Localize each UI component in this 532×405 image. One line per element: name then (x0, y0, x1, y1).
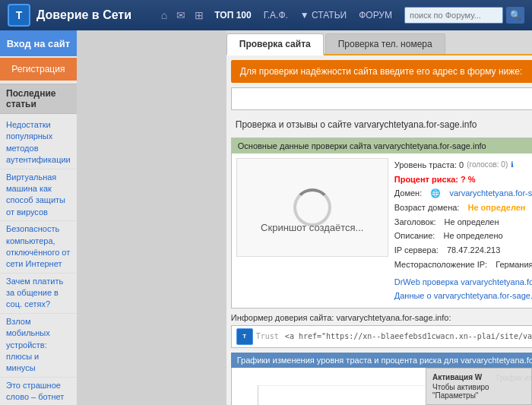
screenshot-label: Скриншот создаётся... (261, 222, 363, 233)
activation-line2: "Параметры" (432, 391, 525, 400)
whois-link[interactable]: Данные о varvarychtetyana.for-sage.info … (394, 291, 532, 300)
info-bar: Для проверки надёжности сайта введите ег… (231, 60, 532, 83)
informer-code[interactable]: <a href="https://xn--blaeefebsd1cwacn.xn… (285, 332, 532, 340)
login-button[interactable]: Вход на сайт (0, 30, 77, 56)
domain-label: Домен: (394, 186, 423, 201)
risk-percent-row: Процент риска: ? % (394, 172, 532, 187)
list-item[interactable]: Зачем платить за общение в соц. сетях? (0, 274, 77, 314)
title-label: Заголовок: (394, 215, 436, 229)
virus-check-link[interactable]: DrWeb проверка varvarychtetyana.for-sage… (394, 277, 532, 286)
nav-gaf[interactable]: Г.А.Ф. (259, 8, 293, 22)
logo-area: T Доверие в Сети (8, 4, 150, 27)
informer-section: Информер доверия сайта: varvarychtetyana… (231, 313, 532, 348)
loading-spinner (293, 188, 331, 226)
search-button[interactable]: 🔍 (506, 7, 524, 24)
sidebar: Вход на сайт Регистрация Последние стать… (0, 30, 77, 405)
trust-help-icon[interactable]: ℹ (511, 158, 514, 171)
informer-title: Информер доверия сайта: varvarychtetyana… (231, 313, 532, 322)
nav-area: ⌂ ✉ ⊞ ТОП 100 Г.А.Ф. ▼ СТАТЬИ ФОРУМ (158, 8, 397, 23)
register-button[interactable]: Регистрация (0, 58, 77, 81)
description-row: Описание: Не определено (394, 229, 532, 243)
tab-check-phone[interactable]: Проверка тел. номера (325, 33, 445, 54)
age-label: Возраст домена: (394, 201, 460, 215)
informer-box: T Trust <a href="https://xn--blaeefebsd1… (231, 325, 532, 348)
header: T Доверие в Сети ⌂ ✉ ⊞ ТОП 100 Г.А.Ф. ▼ … (0, 0, 532, 30)
activation-overlay: Активация W Чтобы активиро "Параметры" (426, 368, 532, 405)
site-title: Доверие в Сети (36, 8, 131, 22)
tabs: Проверка сайта Проверка тел. номера (226, 30, 532, 55)
grid-icon[interactable]: ⊞ (192, 8, 207, 23)
tab-check-site[interactable]: Проверка сайта (226, 33, 324, 55)
site-info: Уровень траста: 0 (голосов: 0) ℹ Процент… (394, 158, 532, 303)
list-item[interactable]: Это страшное слово – ботнет (0, 378, 77, 405)
search-area: 🔍 (404, 7, 524, 24)
main-data-box: Основные данные проверки сайта varvarych… (231, 138, 532, 308)
location-value: Германия (496, 258, 532, 272)
recent-articles-list: Недостатки популярных методов аутентифик… (0, 114, 77, 405)
nav-top100[interactable]: ТОП 100 (210, 8, 255, 22)
description-value: Не определено (443, 229, 502, 243)
logo-icon: T (8, 4, 30, 27)
trust-level-label: Уровень траста: 0 (394, 158, 464, 172)
location-row: Месторасположение IP: Германия (394, 258, 532, 272)
results-title: Проверка и отзывы о сайте varvarychtetya… (226, 115, 532, 134)
description-label: Описание: (394, 229, 435, 243)
domain-value: varvarychtetyana.for-sage.info (449, 186, 532, 201)
domain-icon: 🌐 (430, 186, 441, 201)
title-value: Не определен (445, 215, 499, 229)
ip-row: IP сервера: 78.47.224.213 (394, 243, 532, 258)
url-input[interactable] (231, 87, 532, 110)
list-item[interactable]: Недостатки популярных методов аутентифик… (0, 117, 77, 169)
ip-value: 78.47.224.213 (447, 243, 500, 258)
trust-votes: (голосов: 0) (467, 158, 508, 171)
list-item[interactable]: Взлом мобильных устройств: плюсы и минус… (0, 314, 77, 378)
domain-row: Домен: 🌐 varvarychtetyana.for-sage.info (394, 186, 532, 201)
nav-forum[interactable]: ФОРУМ (354, 8, 397, 22)
main-content: Проверка сайта Проверка тел. номера Для … (226, 30, 532, 405)
nav-articles[interactable]: ▼ СТАТЬИ (296, 8, 351, 22)
trust-badge: Trust (256, 332, 279, 340)
home-icon[interactable]: ⌂ (158, 8, 170, 23)
list-item[interactable]: Безопасность компьютера, отключённого от… (0, 221, 77, 274)
activation-line1: Чтобы активиро (432, 383, 525, 391)
list-item[interactable]: Виртуальная машина как способ защиты от … (0, 169, 77, 222)
age-row: Возраст домена: Не определен (394, 201, 532, 215)
informer-logo: T (236, 328, 253, 345)
risk-percent-value: Процент риска: ? % (394, 172, 476, 187)
graph-header: Графики изменения уровня траста и процен… (231, 353, 532, 368)
main-data-body: Скриншот создаётся... Уровень траста: 0 … (232, 153, 532, 308)
check-form: ПРОВЕРКА САЙТА (231, 87, 532, 110)
recent-articles-title: Последние статьи (0, 84, 77, 114)
search-input[interactable] (404, 7, 503, 24)
age-value: Не определен (467, 201, 525, 215)
main-data-header: Основные данные проверки сайта varvarych… (232, 138, 532, 153)
title-row: Заголовок: Не определен (394, 215, 532, 229)
location-label: Месторасположение IP: (394, 258, 487, 272)
activation-title: Активация W (432, 373, 525, 381)
ip-label: IP сервера: (394, 243, 439, 258)
trust-level-row: Уровень траста: 0 (голосов: 0) ℹ (394, 158, 532, 172)
screenshot-area: Скриншот создаётся... (236, 158, 388, 257)
content-wrapper: Вход на сайт Регистрация Последние стать… (0, 30, 532, 405)
mail-icon[interactable]: ✉ (173, 8, 188, 23)
